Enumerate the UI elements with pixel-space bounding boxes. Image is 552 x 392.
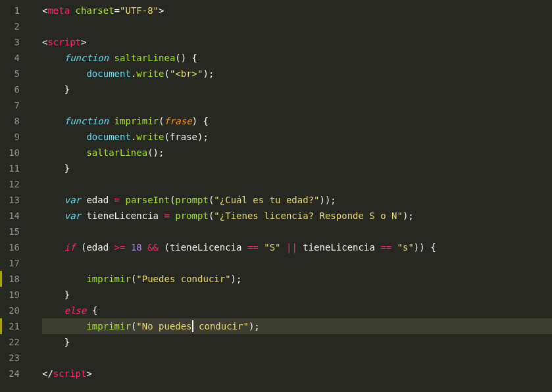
token-ident bbox=[42, 305, 64, 316]
token-ident bbox=[259, 242, 264, 253]
token-tag: script bbox=[53, 368, 87, 379]
token-operator: == bbox=[247, 242, 259, 253]
token-attr-val: "UTF-8" bbox=[120, 5, 159, 16]
code-line[interactable] bbox=[42, 255, 552, 271]
code-line[interactable]: } bbox=[42, 334, 552, 350]
code-line[interactable]: function saltarLinea() { bbox=[42, 50, 552, 66]
token-string: "Puedes conducir" bbox=[136, 274, 230, 284]
line-number: 19 bbox=[5, 287, 20, 303]
code-line[interactable]: var edad = parseInt(prompt("¿Cuál es tu … bbox=[42, 192, 552, 208]
code-line[interactable]: document.write(frase); bbox=[42, 129, 552, 145]
token-string: "¿Cuál es tu edad?" bbox=[214, 195, 319, 205]
modification-marker bbox=[0, 318, 2, 334]
line-number: 20 bbox=[5, 303, 20, 318]
line-number: 9 bbox=[5, 129, 20, 145]
line-number: 7 bbox=[5, 97, 20, 113]
token-func-name: imprimir bbox=[86, 274, 130, 284]
token-punct: (edad bbox=[81, 242, 114, 253]
code-line[interactable]: } bbox=[42, 160, 552, 176]
code-area[interactable]: <meta charset="UTF-8"><script> function … bbox=[28, 0, 552, 392]
token-keyword: else bbox=[64, 305, 87, 316]
code-line[interactable]: if (edad >= 18 && (tieneLicencia == "S" … bbox=[42, 239, 552, 255]
line-number: 11 bbox=[5, 160, 20, 176]
code-line[interactable]: document.write("<br>"); bbox=[42, 66, 552, 82]
token-ident bbox=[142, 242, 147, 253]
token-ident bbox=[42, 147, 86, 158]
token-punct: (tieneLicencia bbox=[164, 242, 247, 253]
code-line[interactable]: imprimir("No puedes conducir"); bbox=[42, 318, 552, 334]
token-punct: { bbox=[92, 305, 97, 316]
token-string: "No puedes bbox=[136, 321, 191, 331]
token-ident: tieneLicencia bbox=[297, 242, 380, 253]
token-ident bbox=[70, 5, 75, 16]
token-ident bbox=[391, 242, 397, 253]
token-string: "S" bbox=[264, 242, 280, 253]
token-storage: function bbox=[64, 116, 109, 126]
token-ident bbox=[42, 53, 64, 63]
code-line[interactable] bbox=[42, 350, 552, 366]
token-operator: = bbox=[164, 210, 169, 221]
token-func-name: write bbox=[136, 132, 164, 142]
token-string: "<br>" bbox=[170, 68, 203, 79]
token-func-name: saltarLinea bbox=[86, 147, 147, 158]
code-line[interactable]: } bbox=[42, 287, 552, 303]
token-punct: > bbox=[81, 37, 86, 47]
token-string: "s" bbox=[397, 242, 414, 253]
token-operator: || bbox=[286, 242, 297, 253]
token-storage: function bbox=[64, 53, 109, 63]
code-line[interactable]: imprimir("Puedes conducir"); bbox=[42, 271, 552, 287]
token-ident bbox=[76, 242, 81, 253]
token-func-name: parseInt bbox=[125, 195, 169, 205]
modification-marker bbox=[0, 271, 2, 287]
line-number: 21 bbox=[5, 318, 20, 334]
code-line[interactable]: var tieneLicencia = prompt("¿Tienes lice… bbox=[42, 208, 552, 224]
token-tag: script bbox=[47, 37, 81, 47]
code-line[interactable]: <meta charset="UTF-8"> bbox=[42, 3, 552, 18]
code-line[interactable] bbox=[42, 176, 552, 192]
token-punct: > bbox=[86, 368, 91, 379]
token-builtin: document bbox=[86, 68, 130, 79]
token-punct: ) { bbox=[192, 116, 209, 126]
line-number: 2 bbox=[5, 18, 20, 34]
token-ident bbox=[86, 305, 91, 316]
token-func-name: imprimir bbox=[114, 116, 159, 126]
line-number: 12 bbox=[5, 176, 20, 192]
code-line[interactable] bbox=[42, 97, 552, 113]
token-ident bbox=[42, 195, 64, 205]
token-ident bbox=[42, 242, 64, 253]
code-line[interactable]: function imprimir(frase) { bbox=[42, 113, 552, 129]
token-ident bbox=[42, 274, 86, 284]
line-number: 13 bbox=[5, 192, 20, 208]
code-line[interactable]: </script> bbox=[42, 366, 552, 381]
line-number: 16 bbox=[5, 239, 20, 255]
token-punct: ); bbox=[231, 274, 242, 284]
token-operator: && bbox=[147, 242, 159, 253]
code-line[interactable] bbox=[42, 18, 552, 34]
token-func-name: imprimir bbox=[86, 321, 130, 331]
code-line[interactable]: <script> bbox=[42, 34, 552, 50]
token-punct: } bbox=[64, 337, 70, 347]
line-number: 15 bbox=[5, 224, 20, 239]
code-line[interactable] bbox=[42, 224, 552, 239]
token-func-name: saltarLinea bbox=[114, 53, 176, 63]
line-number: 24 bbox=[5, 366, 20, 381]
token-punct: ); bbox=[203, 68, 214, 79]
line-number: 23 bbox=[5, 350, 20, 366]
token-storage: var bbox=[64, 195, 81, 205]
code-line[interactable]: } bbox=[42, 82, 552, 97]
token-operator: = bbox=[114, 195, 120, 205]
line-number: 22 bbox=[5, 334, 20, 350]
code-line[interactable]: else { bbox=[42, 303, 552, 318]
line-number: 5 bbox=[5, 66, 20, 82]
code-editor[interactable]: 123456789101112131415161718192021222324 … bbox=[0, 0, 552, 392]
token-ident bbox=[42, 163, 64, 174]
token-punct: = bbox=[114, 5, 120, 16]
token-attr-name: charset bbox=[76, 5, 114, 16]
token-ident bbox=[125, 242, 130, 253]
token-func-name: prompt bbox=[175, 210, 209, 221]
line-number: 1 bbox=[5, 3, 20, 18]
token-ident bbox=[42, 210, 64, 221]
code-line[interactable]: saltarLinea(); bbox=[42, 145, 552, 160]
token-punct: ); bbox=[249, 321, 260, 331]
token-param: frase bbox=[164, 116, 191, 126]
